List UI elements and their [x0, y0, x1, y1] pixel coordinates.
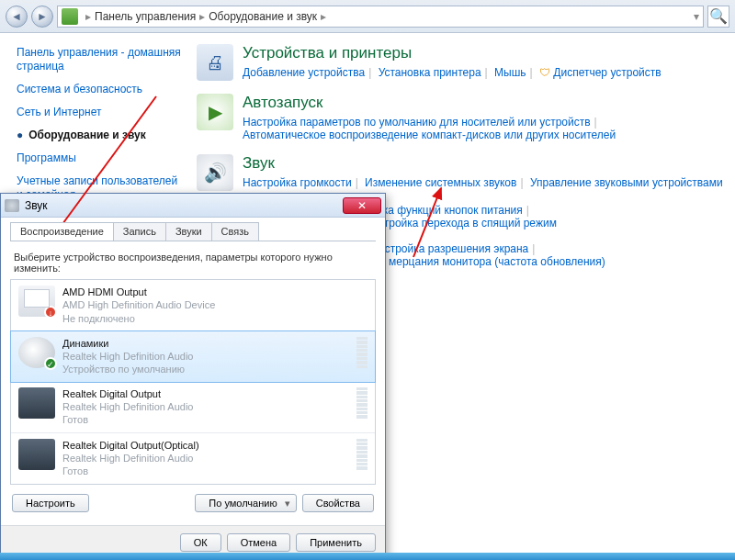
chevron-right-icon: ▸	[82, 10, 95, 23]
default-button[interactable]: По умолчанию	[195, 494, 296, 512]
sidebar-item-network[interactable]: Сеть и Интернет	[17, 106, 184, 119]
category-title[interactable]: Автозапуск	[243, 94, 616, 112]
sidebar-home[interactable]: Панель управления - домашняя страница	[17, 46, 184, 73]
receiver-icon	[18, 439, 55, 470]
device-name: Динамики	[62, 337, 356, 350]
device-desc: Realtek High Definition Audio	[62, 400, 356, 413]
category-devices: 🖨 Устройства и принтеры Добавление устро…	[197, 44, 726, 81]
link-system-sounds[interactable]: Изменение системных звуков	[365, 176, 516, 189]
category-autoplay: ▶ Автозапуск Настройка параметров по умо…	[197, 94, 726, 141]
tab-recording[interactable]: Запись	[113, 222, 166, 241]
device-name: Realtek Digital Output	[62, 387, 356, 400]
receiver-icon	[18, 387, 55, 419]
category-title[interactable]: Устройства и принтеры	[243, 44, 662, 62]
sidebar-item-hardware[interactable]: Оборудование и звук	[17, 129, 184, 142]
autoplay-icon: ▶	[197, 94, 233, 130]
tab-sounds[interactable]: Звуки	[165, 222, 212, 241]
link-device-manager[interactable]: Диспетчер устройств	[553, 66, 661, 79]
category-links: Добавление устройства| Установка принтер…	[243, 66, 662, 79]
address-bar: ▸ Панель управления ▸ Оборудование и зву…	[0, 0, 735, 33]
device-status: Устройство по умолчанию	[62, 363, 356, 375]
device-status: Не подключено	[62, 312, 368, 325]
configure-button[interactable]: Настроить	[12, 494, 89, 512]
link-add-device[interactable]: Добавление устройства	[243, 66, 365, 79]
disconnected-badge-icon	[44, 306, 57, 319]
properties-button[interactable]: Свойства	[302, 494, 374, 512]
sound-icon	[5, 199, 19, 212]
control-panel-icon	[62, 8, 78, 25]
sidebar-item-system[interactable]: Система и безопасность	[17, 83, 184, 96]
cancel-button[interactable]: Отмена	[227, 533, 290, 552]
link-auto-cd[interactable]: Автоматическое воспроизведение компакт-д…	[243, 129, 616, 141]
level-meter-icon	[356, 387, 368, 419]
dialog-instruction: Выберите устройство воспроизведения, пар…	[10, 242, 376, 279]
device-row[interactable]: Динамики Realtek High Definition Audio У…	[10, 330, 376, 383]
taskbar	[0, 553, 735, 560]
link-sleep[interactable]: Настройка перехода в спящий режим	[364, 217, 556, 230]
tab-comm[interactable]: Связь	[211, 222, 259, 241]
dialog-titlebar[interactable]: Звук ✕	[1, 194, 385, 218]
level-meter-icon	[356, 439, 368, 470]
level-meter-icon	[356, 337, 368, 368]
sound-dialog: Звук ✕ Воспроизведение Запись Звуки Связ…	[0, 193, 386, 560]
chevron-right-icon: ▸	[317, 10, 330, 23]
device-desc: Realtek High Definition Audio	[62, 452, 356, 465]
apply-button[interactable]: Применить	[296, 533, 376, 552]
dialog-title: Звук	[25, 199, 48, 212]
sidebar-item-programs[interactable]: Программы	[17, 151, 184, 165]
chevron-down-icon[interactable]: ▾	[694, 10, 699, 23]
nav-forward-button[interactable]	[31, 6, 53, 28]
link-default-media[interactable]: Настройка параметров по умолчанию для но…	[243, 116, 591, 129]
device-status: Готов	[62, 465, 356, 477]
link-volume[interactable]: Настройка громкости	[243, 176, 352, 189]
chevron-right-icon: ▸	[196, 10, 209, 23]
tab-playback[interactable]: Воспроизведение	[10, 222, 114, 241]
device-row[interactable]: Realtek Digital Output(Optical) Realtek …	[11, 433, 375, 484]
ok-button[interactable]: ОК	[180, 533, 221, 552]
device-status: Готов	[62, 413, 356, 426]
device-name: Realtek Digital Output(Optical)	[62, 439, 356, 452]
breadcrumb[interactable]: ▸ Панель управления ▸ Оборудование и зву…	[57, 6, 704, 28]
devices-icon: 🖨	[197, 44, 233, 81]
monitor-icon	[18, 286, 55, 317]
dialog-tabs: Воспроизведение Запись Звуки Связь	[10, 222, 376, 241]
nav-back-button[interactable]	[6, 6, 28, 28]
device-row[interactable]: Realtek Digital Output Realtek High Defi…	[11, 382, 375, 433]
link-mouse[interactable]: Мышь	[494, 66, 526, 79]
category-title[interactable]: Звук	[243, 154, 723, 173]
device-desc: Realtek High Definition Audio	[62, 350, 356, 363]
device-list: AMD HDMI Output AMD High Definition Audi…	[10, 279, 376, 485]
device-name: AMD HDMI Output	[62, 286, 368, 298]
breadcrumb-root[interactable]: Панель управления	[95, 10, 196, 23]
link-install-printer[interactable]: Установка принтера	[379, 66, 481, 79]
link-manage-audio[interactable]: Управление звуковыми устройствами	[530, 176, 723, 189]
search-icon[interactable]: 🔍	[707, 6, 729, 28]
shield-icon: 🛡	[539, 66, 550, 79]
link-resolution[interactable]: Настройка разрешения экрана	[370, 242, 528, 255]
breadcrumb-section[interactable]: Оборудование и звук	[209, 10, 317, 23]
device-row[interactable]: AMD HDMI Output AMD High Definition Audi…	[11, 280, 375, 331]
device-desc: AMD High Definition Audio Device	[62, 298, 368, 311]
default-badge-icon	[44, 357, 57, 370]
speaker-icon	[18, 337, 55, 368]
category-sound: 🔊 Звук Настройка громкости| Изменение си…	[197, 154, 726, 191]
close-button[interactable]: ✕	[343, 197, 381, 214]
sound-icon: 🔊	[197, 154, 233, 191]
